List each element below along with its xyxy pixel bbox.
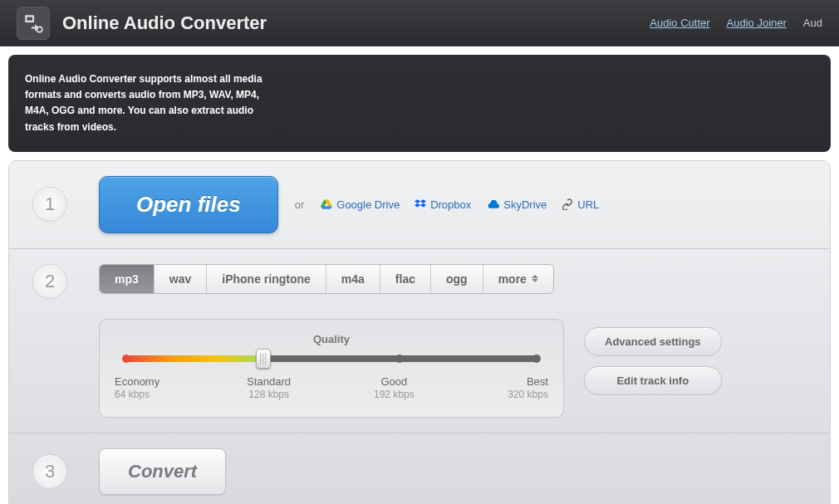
nav-audio-cutter[interactable]: Audio Cutter [650, 17, 709, 29]
tab-mp3[interactable]: mp3 [100, 265, 155, 293]
quality-title: Quality [123, 333, 540, 345]
tab-flac[interactable]: flac [380, 265, 431, 293]
step-1: 1 Open files or Google Drive Dropbox Sky… [9, 161, 830, 249]
advanced-settings-button[interactable]: Advanced settings [584, 327, 722, 356]
tab-more[interactable]: more [483, 265, 553, 293]
source-url[interactable]: URL [562, 198, 599, 211]
tab-wav[interactable]: wav [155, 265, 207, 293]
source-skydrive[interactable]: SkyDrive [486, 198, 547, 211]
main-panel: 1 Open files or Google Drive Dropbox Sky… [8, 160, 831, 504]
description-box: Online Audio Converter supports almost a… [8, 55, 831, 152]
step-2: 2 mp3 wav iPhone ringtone m4a flac ogg m… [9, 249, 830, 433]
open-files-button[interactable]: Open files [99, 176, 278, 233]
source-links: Google Drive Dropbox SkyDrive URL [321, 198, 599, 211]
description-text: Online Audio Converter supports almost a… [25, 71, 274, 135]
skydrive-icon [486, 200, 499, 208]
or-text: or [295, 198, 305, 211]
source-google-drive[interactable]: Google Drive [321, 198, 400, 211]
header: Online Audio Converter Audio Cutter Audi… [0, 0, 839, 46]
nav-audio-joiner[interactable]: Audio Joiner [727, 17, 787, 29]
step-number-3: 3 [32, 454, 67, 489]
tab-ogg[interactable]: ogg [431, 265, 483, 293]
tab-m4a[interactable]: m4a [326, 265, 380, 293]
quality-labels: Economy64 kbps Standard128 kbps Good192 … [123, 375, 540, 400]
convert-button[interactable]: Convert [99, 448, 226, 495]
google-drive-icon [321, 199, 332, 209]
step-3: 3 Convert [9, 433, 830, 504]
quality-slider[interactable] [126, 355, 537, 362]
step-number-1: 1 [32, 187, 67, 222]
dropbox-icon [415, 199, 426, 209]
tab-iphone-ringtone[interactable]: iPhone ringtone [207, 265, 326, 293]
source-dropbox[interactable]: Dropbox [415, 198, 471, 211]
format-tabs: mp3 wav iPhone ringtone m4a flac ogg mor… [99, 264, 554, 294]
svg-point-0 [37, 27, 42, 32]
link-icon [562, 198, 573, 210]
slider-thumb[interactable] [256, 349, 271, 369]
edit-track-info-button[interactable]: Edit track info [584, 366, 722, 395]
quality-box: Quality Economy64 kbps Standard128 kbps … [99, 319, 564, 418]
app-logo-icon [17, 7, 50, 40]
step-number-2: 2 [32, 264, 67, 299]
header-nav: Audio Cutter Audio Joiner Aud [650, 17, 839, 29]
nav-truncated[interactable]: Aud [803, 17, 822, 29]
app-title: Online Audio Converter [62, 12, 267, 34]
sort-icon [532, 275, 538, 282]
